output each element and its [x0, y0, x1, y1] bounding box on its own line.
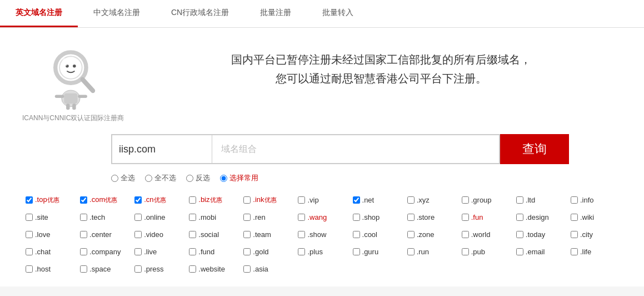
domain-item: .site [22, 211, 77, 224]
tab-cn-admin-domain[interactable]: CN行政域名注册 [156, 0, 244, 27]
domain-label: .group [471, 196, 492, 204]
domain-checkbox[interactable] [80, 214, 87, 221]
domain-label: .design [526, 213, 549, 221]
domain-checkbox[interactable] [353, 214, 360, 221]
tab-en-domain[interactable]: 英文域名注册 [0, 0, 78, 27]
domain-checkbox[interactable] [407, 248, 415, 255]
domain-checkbox[interactable] [516, 231, 523, 238]
radio-all-input[interactable] [111, 175, 118, 182]
domain-label: .site [35, 213, 48, 221]
domain-checkbox[interactable] [571, 248, 578, 255]
domain-checkbox[interactable] [243, 214, 251, 221]
banner: ICANN与CNNIC双认证国际注册商 国内平台已暂停注册未经过国家工信部批复的… [22, 45, 622, 123]
domain-label: .website [198, 265, 225, 273]
domain-item: .xyz [404, 193, 458, 206]
svg-rect-5 [66, 103, 69, 110]
domain-label: .ltd [526, 196, 535, 204]
domain-checkbox[interactable] [134, 265, 142, 273]
domain-item: .company [77, 245, 131, 258]
tab-batch-register[interactable]: 批量注册 [244, 0, 307, 27]
domain-label: .pub [471, 248, 485, 256]
domain-item: .chat [22, 245, 77, 258]
radio-reverse-label: 反选 [196, 173, 210, 183]
tab-batch-transfer[interactable]: 批量转入 [307, 0, 369, 27]
domain-checkbox[interactable] [407, 231, 415, 238]
domain-checkbox[interactable] [26, 231, 33, 238]
domain-checkbox[interactable] [462, 231, 469, 238]
domain-label: .cool [362, 230, 377, 239]
domain-checkbox[interactable] [26, 248, 33, 255]
domain-checkbox[interactable] [462, 248, 469, 255]
domain-item: .team [240, 228, 294, 241]
domain-checkbox[interactable] [189, 214, 196, 221]
domain-checkbox[interactable] [298, 248, 305, 255]
domain-checkbox[interactable] [134, 231, 142, 238]
domain-checkbox[interactable] [353, 196, 360, 204]
domain-checkbox[interactable] [571, 196, 578, 204]
svg-rect-8 [78, 95, 87, 98]
domain-item: .center [77, 228, 131, 241]
radio-reverse[interactable]: 反选 [186, 173, 210, 183]
domain-checkbox[interactable] [189, 265, 196, 273]
domain-label: .show [307, 230, 326, 239]
radio-common-input[interactable] [220, 175, 227, 182]
domain-checkbox[interactable] [134, 248, 142, 255]
domain-checkbox[interactable] [26, 265, 33, 273]
domain-checkbox[interactable] [243, 248, 251, 255]
domain-item: .asia [240, 263, 294, 275]
radio-all[interactable]: 全选 [111, 173, 135, 183]
domain-label: .info [580, 196, 594, 204]
domain-checkbox[interactable] [516, 196, 523, 204]
search-button[interactable]: 查询 [500, 134, 569, 164]
domain-checkbox[interactable] [571, 231, 578, 238]
tabs-bar: 英文域名注册 中文域名注册 CN行政域名注册 批量注册 批量转入 [0, 0, 644, 28]
domain-item: .ren [240, 211, 294, 224]
domain-checkbox[interactable] [407, 196, 415, 204]
domain-checkbox[interactable] [189, 196, 196, 204]
domain-checkbox[interactable] [134, 196, 142, 204]
domain-checkbox[interactable] [298, 231, 305, 238]
domain-checkbox[interactable] [243, 196, 251, 204]
domain-checkbox[interactable] [353, 231, 360, 238]
domain-checkbox[interactable] [80, 196, 87, 204]
domain-label: .life [580, 248, 591, 256]
radio-none-input[interactable] [145, 175, 152, 182]
domain-checkbox[interactable] [80, 231, 87, 238]
domain-label: .host [35, 265, 51, 273]
domain-checkbox[interactable] [407, 214, 415, 221]
radio-reverse-input[interactable] [186, 175, 193, 182]
domain-checkbox[interactable] [243, 231, 251, 238]
domain-checkbox[interactable] [571, 214, 578, 221]
domain-label: .space [89, 265, 111, 273]
domain-checkbox[interactable] [134, 214, 142, 221]
domain-checkbox[interactable] [26, 214, 33, 221]
domain-item: .email [513, 245, 567, 258]
domain-checkbox[interactable] [243, 265, 251, 273]
domain-label: .guru [362, 248, 379, 256]
radio-none[interactable]: 全不选 [145, 173, 176, 183]
domain-item: .press [131, 263, 186, 275]
domain-checkbox[interactable] [516, 248, 523, 255]
domain-checkbox[interactable] [189, 231, 196, 238]
tab-cn-domain[interactable]: 中文域名注册 [78, 0, 156, 27]
domain-checkbox[interactable] [516, 214, 523, 221]
domain-checkbox[interactable] [462, 214, 469, 221]
svg-point-10 [73, 65, 76, 68]
domain-badge: 优惠 [47, 196, 59, 203]
domain-checkbox[interactable] [80, 248, 87, 255]
domain-checkbox[interactable] [189, 248, 196, 255]
domain-checkbox[interactable] [462, 196, 469, 204]
domain-item: .zone [404, 228, 458, 241]
domain-label: .city [580, 230, 593, 239]
radio-common[interactable]: 选择常用 [220, 173, 258, 183]
domain-checkbox[interactable] [298, 196, 305, 204]
domain-checkbox[interactable] [80, 265, 87, 273]
domain-checkbox[interactable] [298, 214, 305, 221]
domain-checkbox[interactable] [26, 196, 33, 204]
domain-checkbox[interactable] [353, 248, 360, 255]
search-domain-input[interactable] [112, 135, 212, 163]
domain-label: .live [144, 248, 157, 256]
domain-item: .show [294, 228, 349, 241]
domain-label: .top优惠 [35, 195, 59, 204]
domain-item: .wiki [567, 211, 622, 224]
